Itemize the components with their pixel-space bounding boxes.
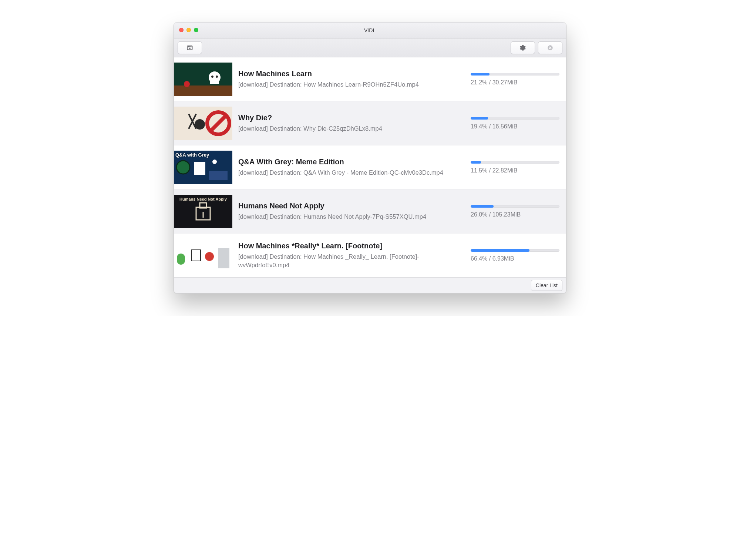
- video-title: How Machines *Really* Learn. [Footnote]: [238, 242, 465, 250]
- progress-text: 21.2% / 30.27MiB: [471, 79, 559, 86]
- progress-text: 66.4% / 6.93MiB: [471, 255, 559, 262]
- download-row[interactable]: How Machines *Really* Learn. [Footnote] …: [174, 234, 566, 277]
- video-thumbnail: Q&A with Grey: [174, 151, 232, 184]
- svg-point-14: [216, 76, 218, 78]
- title-bar: ViDL: [174, 23, 566, 38]
- download-row[interactable]: How Machines Learn [download] Destinatio…: [174, 57, 566, 101]
- video-thumbnail: [174, 107, 232, 140]
- svg-point-30: [205, 252, 214, 261]
- footer: Clear List: [174, 278, 566, 293]
- add-video-icon: [186, 44, 193, 51]
- progress-text: 11.5% / 22.82MiB: [471, 167, 559, 174]
- progress-text: 26.0% / 105.23MiB: [471, 211, 559, 218]
- download-row[interactable]: Humans Need Not Apply Humans Need Not Ap…: [174, 190, 566, 234]
- progress-bar: [471, 117, 559, 120]
- video-title: Humans Need Not Apply: [238, 202, 465, 210]
- svg-point-15: [184, 81, 190, 87]
- clear-list-button[interactable]: Clear List: [531, 280, 562, 291]
- toolbar: [174, 38, 566, 57]
- video-title: Q&A With Grey: Meme Edition: [238, 158, 465, 166]
- download-status: [download] Destination: How Machines Lea…: [238, 80, 465, 88]
- close-window-button[interactable]: [179, 28, 184, 32]
- progress-fill: [471, 117, 488, 120]
- progress-bar: [471, 249, 559, 252]
- svg-rect-23: [209, 171, 228, 180]
- thumbnail-overlay-text: Q&A with Grey: [175, 152, 209, 158]
- cancel-downloads-button[interactable]: [538, 41, 562, 54]
- progress-fill: [471, 249, 529, 252]
- download-status: [download] Destination: How Machines _Re…: [238, 252, 465, 269]
- download-status: [download] Destination: Humans Need Not …: [238, 212, 465, 221]
- downloads-list: How Machines Learn [download] Destinatio…: [174, 57, 566, 278]
- video-title: How Machines Learn: [238, 70, 465, 78]
- svg-point-17: [195, 119, 205, 130]
- video-thumbnail: [174, 63, 232, 96]
- progress-fill: [471, 161, 481, 164]
- svg-point-20: [176, 161, 190, 174]
- minimize-window-button[interactable]: [186, 28, 191, 32]
- svg-rect-29: [192, 250, 201, 261]
- window-title: ViDL: [364, 27, 376, 33]
- progress-fill: [471, 205, 494, 208]
- progress-bar: [471, 161, 559, 164]
- zoom-window-button[interactable]: [194, 28, 198, 32]
- svg-rect-21: [194, 162, 205, 175]
- svg-rect-31: [218, 248, 229, 268]
- cancel-icon: [547, 44, 554, 51]
- svg-point-22: [212, 160, 217, 164]
- thumbnail-overlay-text: Humans Need Not Apply: [174, 197, 232, 201]
- window-controls: [179, 28, 198, 32]
- video-title: Why Die?: [238, 114, 465, 122]
- progress-bar: [471, 73, 559, 76]
- add-video-button[interactable]: [178, 41, 202, 54]
- download-status: [download] Destination: Q&A With Grey - …: [238, 168, 465, 177]
- video-thumbnail: [174, 239, 232, 272]
- progress-fill: [471, 73, 490, 76]
- svg-rect-12: [210, 79, 219, 84]
- progress-bar: [471, 205, 559, 208]
- download-status: [download] Destination: Why Die-C25qzDhG…: [238, 124, 465, 133]
- video-thumbnail: Humans Need Not Apply: [174, 195, 232, 228]
- svg-rect-10: [174, 85, 232, 96]
- download-row[interactable]: Q&A with Grey Q&A With Grey: Meme Editio…: [174, 145, 566, 190]
- settings-button[interactable]: [511, 41, 535, 54]
- svg-point-13: [211, 76, 213, 78]
- download-row[interactable]: Why Die? [download] Destination: Why Die…: [174, 101, 566, 145]
- svg-rect-28: [177, 254, 185, 265]
- progress-text: 19.4% / 16.56MiB: [471, 123, 559, 130]
- gear-icon: [519, 44, 526, 51]
- app-window: ViDL: [174, 22, 566, 294]
